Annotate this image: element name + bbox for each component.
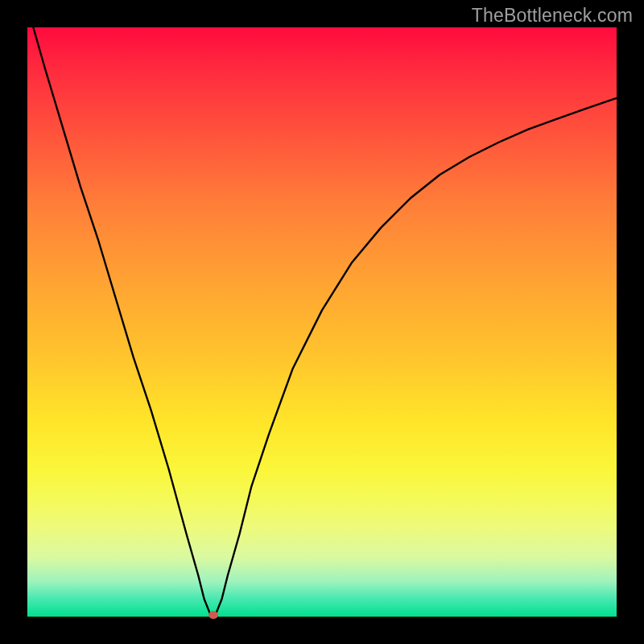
bottleneck-curve [27, 27, 617, 617]
minimum-marker [208, 611, 218, 619]
watermark-text: TheBottleneck.com [472, 5, 633, 27]
chart-frame: TheBottleneck.com [0, 0, 644, 644]
plot-area [27, 27, 617, 617]
